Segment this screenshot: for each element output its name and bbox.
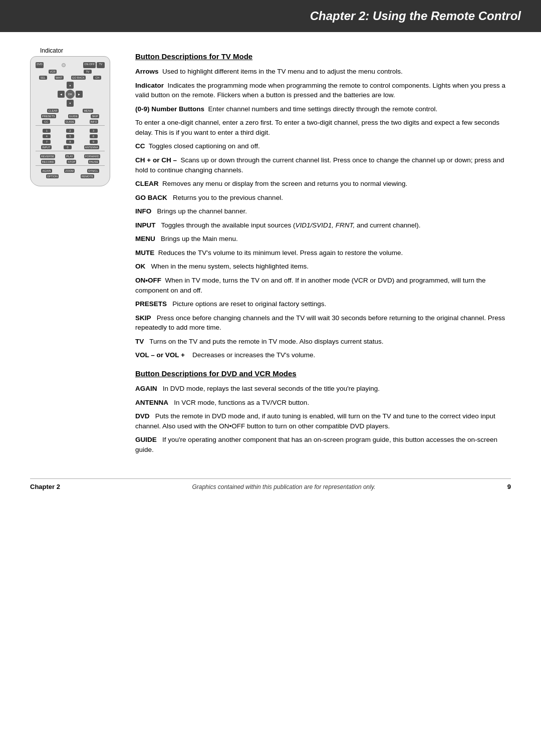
remote-6-btn: 6 xyxy=(90,134,98,138)
remote-menu-btn: MENU xyxy=(83,109,93,113)
remote-7-btn: 7 xyxy=(43,140,51,144)
term-guide: GUIDE xyxy=(135,436,157,443)
term-indicator: Indicator xyxy=(135,82,164,89)
desc-goback: GO BACK Returns you to the previous chan… xyxy=(135,193,511,203)
term-info: INFO xyxy=(135,207,151,215)
chapter-header: Chapter 2: Using the Remote Control xyxy=(0,0,541,32)
tv-mode-heading: Button Descriptions for TV Mode xyxy=(135,52,511,61)
remote-3-btn: 3 xyxy=(90,129,98,133)
remote-8-btn: 8 xyxy=(66,140,74,144)
dvd-vcr-section: Button Descriptions for DVD and VCR Mode… xyxy=(135,369,511,454)
remote-reverse-btn: REVERSE xyxy=(40,154,55,158)
remote-forward-btn: FORWARD xyxy=(84,154,100,158)
text-column: Button Descriptions for TV Mode Arrows U… xyxy=(135,47,511,458)
remote-ch-btn: CH xyxy=(93,76,101,80)
term-mute: MUTE xyxy=(135,249,154,257)
term-number-buttons: (0-9) Number Buttons xyxy=(135,105,204,113)
input-italic: VID1/SVID1, FRNT, xyxy=(295,221,355,229)
tv-mode-section: Button Descriptions for TV Mode Arrows U… xyxy=(135,52,511,360)
remote-onoff-btn: ON·OFF xyxy=(83,62,96,68)
remote-cc-btn: CC xyxy=(42,120,50,124)
remote-transport-section: REVERSE PLAY FORWARD RECORD STOP PAUSE xyxy=(36,151,105,164)
footer-page-number: 9 xyxy=(507,483,511,490)
term-ok: OK xyxy=(135,263,145,270)
remote-skip-btn: SKIP xyxy=(91,114,99,118)
term-clear: CLEAR xyxy=(135,180,159,187)
remote-sel-btn: SEL xyxy=(39,76,47,80)
desc-again: AGAIN In DVD mode, replays the last seve… xyxy=(135,384,511,394)
remote-option-btn: OPTION xyxy=(46,174,59,178)
page-footer: Chapter 2 Graphics contained within this… xyxy=(30,478,511,490)
term-antenna: ANTENNA xyxy=(135,399,168,406)
desc-one-digit: To enter a one-digit channel, enter a ze… xyxy=(135,118,511,137)
remote-0-btn: 0 xyxy=(64,145,72,149)
term-onoff: ON•OFF xyxy=(135,277,161,284)
desc-dvd: DVD Puts the remote in DVD mode and, if … xyxy=(135,411,511,431)
remote-stop-btn: STOP xyxy=(67,160,76,164)
remote-bottom-section: AGAIN ZOOM SYN/CL OPTION REMOTE xyxy=(36,165,105,178)
remote-guide2-btn: GUIDE xyxy=(65,120,75,124)
desc-tv: TV Turns on the TV and puts the remote i… xyxy=(135,337,511,347)
remote-column: Indicator DVD ON·OFF TV VCR TV SEL WAIT xyxy=(30,47,120,458)
term-cc: CC xyxy=(135,142,145,150)
desc-presets: PRESETS Picture options are reset to ori… xyxy=(135,299,511,309)
remote-dpad-ok: OK xyxy=(66,90,75,99)
main-content: Indicator DVD ON·OFF TV VCR TV SEL WAIT xyxy=(0,47,541,511)
remote-tv2-btn: TV xyxy=(84,70,92,74)
term-skip: SKIP xyxy=(135,314,151,322)
remote-zoom-btn: ZOOM xyxy=(64,169,75,173)
remote-antenna-btn: ANTENNA xyxy=(84,145,99,149)
desc-input: INPUT Toggles through the available inpu… xyxy=(135,220,511,230)
desc-cc: CC Toggles closed captioning on and off. xyxy=(135,141,511,151)
term-again: AGAIN xyxy=(135,385,157,392)
indicator-label: Indicator xyxy=(40,47,120,54)
remote-dpad-up: ▲ xyxy=(67,82,74,89)
remote-presets-btn: PRESETS xyxy=(41,114,56,118)
remote-tv-btn: TV xyxy=(97,62,105,68)
remote-again-btn: AGAIN xyxy=(41,169,52,173)
remote-dpad: ▲ ▼ ◀ ▶ OK xyxy=(58,82,83,107)
remote-goback-btn: GO BACK xyxy=(71,76,86,80)
term-arrows: Arrows xyxy=(135,68,159,75)
remote-2-btn: 2 xyxy=(66,129,74,133)
dvd-vcr-heading: Button Descriptions for DVD and VCR Mode… xyxy=(135,369,511,378)
desc-info: INFO Brings up the channel banner. xyxy=(135,206,511,216)
desc-mute: MUTE Reduces the TV's volume to its mini… xyxy=(135,248,511,258)
remote-pause-btn: PAUSE xyxy=(88,160,99,164)
term-dvd: DVD xyxy=(135,412,150,420)
remote-play-btn: PLAY xyxy=(65,154,74,158)
term-input: INPUT xyxy=(135,221,156,229)
remote-indicator-light xyxy=(62,63,66,67)
two-column-layout: Indicator DVD ON·OFF TV VCR TV SEL WAIT xyxy=(30,47,511,458)
desc-ok: OK When in the menu system, selects high… xyxy=(135,262,511,272)
desc-menu: MENU Brings up the Main menu. xyxy=(135,234,511,244)
footer-chapter-label: Chapter 2 xyxy=(30,483,60,490)
remote-input-btn: INPUT xyxy=(41,145,52,149)
desc-vol: VOL – or VOL + Decreases or increases th… xyxy=(135,350,511,360)
remote-dpad-left: ◀ xyxy=(58,91,65,98)
desc-ch: CH + or CH – Scans up or down through th… xyxy=(135,155,511,175)
remote-syn-btn: SYN/CL xyxy=(87,169,99,173)
footer-note: Graphics contained within this publicati… xyxy=(192,483,375,490)
remote-clear-btn: CLEAR xyxy=(47,109,58,113)
remote-1-btn: 1 xyxy=(43,129,51,133)
term-ch: CH + or CH – xyxy=(135,156,177,164)
desc-clear: CLEAR Removes any menu or display from t… xyxy=(135,179,511,189)
remote-numpad-section: 1 2 3 4 5 6 7 8 9 INPUT xyxy=(36,125,105,149)
term-goback: GO BACK xyxy=(135,194,167,201)
term-vol: VOL – or VOL + xyxy=(135,351,185,359)
remote-dpad-down: ▼ xyxy=(67,100,74,107)
desc-onoff: ON•OFF When in TV mode, turns the TV on … xyxy=(135,276,511,295)
term-presets: PRESETS xyxy=(135,300,167,308)
remote-9-btn: 9 xyxy=(90,140,98,144)
term-menu: MENU xyxy=(135,235,155,242)
desc-indicator: Indicator Indicates the programming mode… xyxy=(135,81,511,100)
desc-antenna: ANTENNA In VCR mode, functions as a TV/V… xyxy=(135,398,511,408)
desc-number-buttons: (0-9) Number Buttons Enter channel numbe… xyxy=(135,104,511,114)
desc-skip: SKIP Press once before changing channels… xyxy=(135,313,511,333)
remote-remote-btn: REMOTE xyxy=(81,174,95,178)
remote-4-btn: 4 xyxy=(43,134,51,138)
remote-info-btn: INFO xyxy=(90,120,98,124)
remote-vcr-btn: VCR xyxy=(49,70,57,74)
remote-record-btn: RECORD xyxy=(41,160,55,164)
